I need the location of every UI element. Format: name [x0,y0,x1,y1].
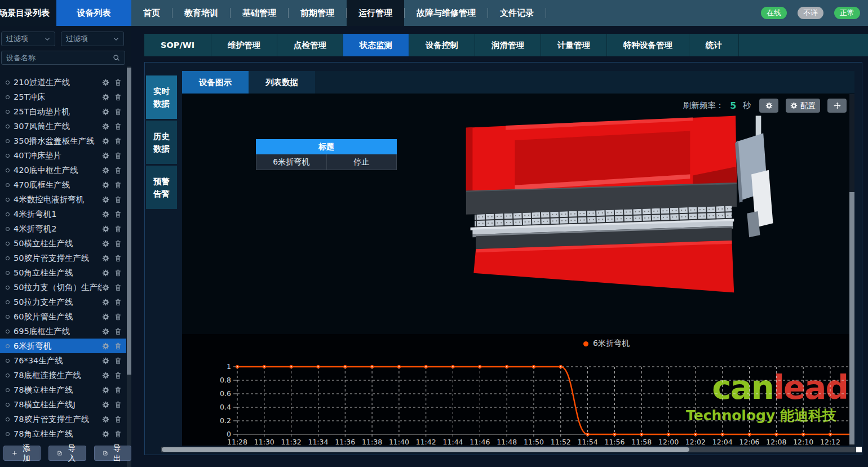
device-list-item[interactable]: 307风筒生产线 [0,119,126,134]
pan-button[interactable] [827,99,847,113]
nav-item-运行管理[interactable]: 运行管理 [347,0,404,26]
trash-icon[interactable] [114,328,122,335]
nav-item-基础管理[interactable]: 基础管理 [231,0,288,26]
side-tab-历史数据[interactable]: 历史数据 [146,121,177,164]
subnav-item-SOP/WI[interactable]: SOP/WI [144,34,211,56]
subnav-item-状态监测[interactable]: 状态监测 [343,34,409,56]
gear-icon[interactable] [102,328,109,335]
import-icon[interactable] [57,450,63,457]
trash-icon[interactable] [114,416,122,423]
nav-item-前期管理[interactable]: 前期管理 [289,0,346,26]
device-list-item[interactable]: 470底框生产线 [0,177,126,192]
device-list-item[interactable]: 50拉力支（切角）生产线 [0,280,126,295]
gear-icon[interactable] [102,372,109,379]
gear-icon[interactable] [102,196,109,203]
device-list-item[interactable]: 50胶片管支撑生产线 [0,251,126,265]
trash-icon[interactable] [114,240,122,247]
gear-icon[interactable] [102,108,109,115]
trash-icon[interactable] [114,284,122,291]
device-list-item[interactable]: 50横立柱生产线 [0,236,126,251]
trash-icon[interactable] [114,196,122,203]
gear-icon[interactable] [102,211,109,218]
trash-icon[interactable] [114,357,122,364]
device-list-item[interactable]: 25T自动垫片机 [0,104,126,119]
trash-icon[interactable] [114,313,122,321]
device-list-item[interactable]: 50角立柱生产线 [0,265,126,280]
panel-horizontal-scrollbar-thumb[interactable] [162,447,689,452]
trash-icon[interactable] [114,137,122,145]
trash-icon[interactable] [114,79,122,86]
gear-icon[interactable] [102,343,109,350]
device-list-item[interactable]: 25T冲床 [0,90,126,104]
gear-icon[interactable] [102,299,109,306]
gear-icon[interactable] [102,137,109,145]
trash-icon[interactable] [114,123,122,130]
gear-icon[interactable] [102,152,109,159]
device-list-item[interactable]: 4米折弯机1 [0,207,126,221]
chart-legend[interactable]: 6米折弯机 [583,339,630,349]
sidebar-scrollbar[interactable] [127,66,131,467]
export-button[interactable]: 导出 [94,446,131,461]
nav-item-文件记录[interactable]: 文件记录 [488,0,546,26]
trash-icon[interactable] [114,386,122,394]
device-list-item[interactable]: 210过道生产线 [0,75,126,90]
device-list-item[interactable]: 6米折弯机 [0,339,126,353]
nav-item-首页[interactable]: 首页 [131,0,172,26]
sidebar-scrollbar-thumb[interactable] [127,68,131,375]
gear-icon[interactable] [102,167,109,174]
gear-icon[interactable] [102,401,109,408]
trash-icon[interactable] [114,181,122,189]
trash-icon[interactable] [114,108,122,115]
subnav-item-点检管理[interactable]: 点检管理 [277,34,343,56]
gear-icon[interactable] [102,430,109,438]
device-list-item[interactable]: 40T冲床垫片 [0,148,126,163]
trash-icon[interactable] [114,255,122,262]
device-list-item[interactable]: 78角立柱生产线 [0,426,126,441]
device-list-item[interactable]: 78胶片管支撑生产线 [0,412,126,426]
device-list-item[interactable]: 695底框生产线 [0,324,126,339]
trash-icon[interactable] [114,167,122,174]
subnav-item-润滑管理[interactable]: 润滑管理 [475,34,541,56]
filter-select-2[interactable]: 过滤项 [61,32,124,46]
subnav-item-特种设备管理[interactable]: 特种设备管理 [607,34,689,56]
tab-device-list[interactable]: 设备列表 [56,0,131,26]
tab-scene-catalog[interactable]: 场景目录列表 [0,0,56,26]
device-list-item[interactable]: 78横立柱生产线 [0,383,126,397]
trash-icon[interactable] [114,299,122,306]
gear-icon[interactable] [102,94,109,101]
gear-icon[interactable] [102,357,109,364]
trash-icon[interactable] [114,269,122,277]
gear-icon[interactable] [102,313,109,321]
gear-icon[interactable] [102,386,109,394]
device-list-item[interactable]: 4米数控电液折弯机 [0,192,126,207]
content-tab-设备图示[interactable]: 设备图示 [182,71,249,94]
panel-vertical-scrollbar-thumb[interactable] [849,192,854,444]
gear-icon[interactable] [102,181,109,189]
nav-item-教育培训[interactable]: 教育培训 [172,0,230,26]
trash-icon[interactable] [114,152,122,159]
import-button[interactable]: 导入 [48,446,86,461]
nav-item-故障与维修管理[interactable]: 故障与维修管理 [405,0,488,26]
gear-icon[interactable] [102,416,109,423]
trash-icon[interactable] [114,211,122,218]
gear-icon[interactable] [102,269,109,277]
panel-vertical-scrollbar[interactable] [849,94,854,446]
panel-horizontal-scrollbar[interactable] [161,447,856,452]
subnav-item-设备控制[interactable]: 设备控制 [409,34,475,56]
search-icon[interactable] [113,54,120,61]
add-button[interactable]: 添加 [3,446,41,461]
gear-icon[interactable] [102,240,109,247]
trash-icon[interactable] [114,225,122,233]
export-icon[interactable] [103,450,108,457]
device-list-item[interactable]: 78横立柱生产线J [0,397,126,412]
trash-icon[interactable] [114,372,122,379]
trash-icon[interactable] [114,343,122,350]
subnav-item-统计[interactable]: 统计 [689,34,739,56]
device-list-item[interactable]: 76*34生产线 [0,353,126,368]
content-tab-列表数据[interactable]: 列表数据 [249,71,315,94]
subnav-item-维护管理[interactable]: 维护管理 [211,34,277,56]
subnav-item-计量管理[interactable]: 计量管理 [541,34,607,56]
device-list-item[interactable]: 50拉力支生产线 [0,295,126,309]
trash-icon[interactable] [114,94,122,101]
side-tab-实时数据[interactable]: 实时数据 [146,75,177,119]
